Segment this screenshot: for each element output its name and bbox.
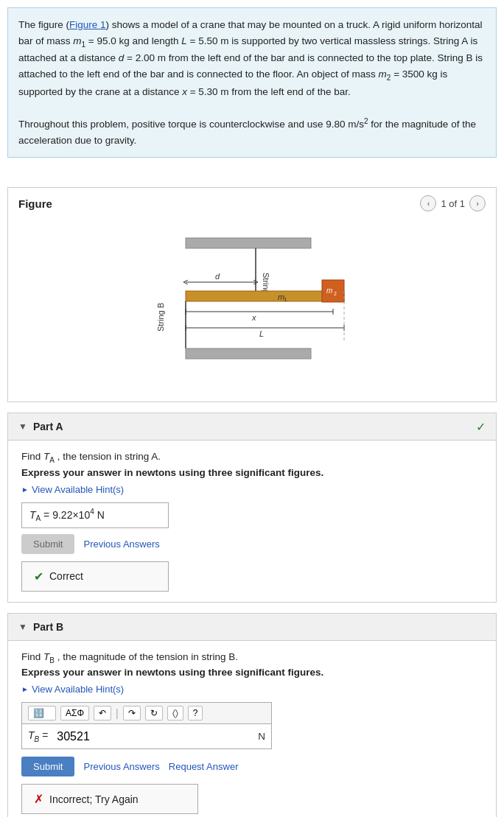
hint-triangle: ► <box>21 485 29 494</box>
svg-text:String B: String B <box>156 303 165 332</box>
hint-b-triangle: ► <box>21 685 29 693</box>
part-b-question: Find TB , the magnitude of the tension i… <box>21 651 483 665</box>
part-a-section: ▼ Part A ✓ Find TA , the tension in stri… <box>7 413 497 602</box>
part-a-submit-btn[interactable]: Submit <box>21 534 74 554</box>
part-a-question: Find TA , the tension in string A. <box>21 451 483 464</box>
reset-btn[interactable]: ↻ <box>145 706 163 720</box>
next-figure-btn[interactable]: › <box>469 195 486 211</box>
part-b-body: Find TB , the magnitude of the tension i… <box>8 641 496 817</box>
incorrect-label: Incorrect; Try Again <box>49 793 139 805</box>
math-btn-2[interactable]: ΑΣΦ <box>60 706 89 720</box>
problem-text: The figure (Figure 1) shows a model of a… <box>7 7 497 158</box>
keyboard-btn[interactable]: 〈〉 <box>167 706 183 720</box>
svg-text:L: L <box>259 329 264 338</box>
svg-text:1: 1 <box>284 296 287 303</box>
part-a-submit-row: Submit Previous Answers <box>21 534 483 554</box>
part-a-title: Part A <box>33 421 63 432</box>
help-btn[interactable]: ? <box>188 706 203 720</box>
part-b-answer-label: TB = <box>22 724 54 748</box>
undo-btn[interactable]: ↶ <box>94 706 111 720</box>
math-toolbar: 🔢⠀ ΑΣΦ ↶ | ↷ ↻ 〈〉 ? <box>21 702 272 724</box>
hint-text: View Available Hint(s) <box>32 484 124 495</box>
svg-rect-5 <box>186 291 344 301</box>
problem-text-content: The figure (Figure 1) shows a model of a… <box>18 19 483 97</box>
figure-diagram: String A d m 1 m 2 x L <box>18 217 486 394</box>
part-b-unit: N <box>252 726 271 747</box>
crane-svg: String A d m 1 m 2 x L <box>141 225 363 379</box>
part-a-prev-answers[interactable]: Previous Answers <box>83 539 159 550</box>
correct-check: ✔ <box>34 569 43 583</box>
separator1: | <box>116 707 119 719</box>
redo-btn[interactable]: ↷ <box>123 706 141 720</box>
correct-label: Correct <box>49 570 83 582</box>
hint-b-text: View Available Hint(s) <box>32 684 124 695</box>
svg-rect-8 <box>322 280 344 302</box>
figure-page: 1 of 1 <box>441 198 465 209</box>
incorrect-x: ✗ <box>34 792 43 806</box>
math-btn-1[interactable]: 🔢⠀ <box>28 706 56 720</box>
prev-figure-btn[interactable]: ‹ <box>420 195 436 211</box>
svg-rect-21 <box>186 348 311 359</box>
part-b-answer-input[interactable] <box>54 725 252 748</box>
svg-rect-0 <box>186 238 311 248</box>
part-a-instruction: Express your answer in newtons using thr… <box>21 467 483 478</box>
part-a-hint[interactable]: ► View Available Hint(s) <box>21 484 483 495</box>
figure-nav: ‹ 1 of 1 › <box>420 195 486 211</box>
math-input-container: TB = N <box>21 724 272 749</box>
part-b-prev-answers[interactable]: Previous Answers <box>83 761 159 772</box>
part-a-checkmark: ✓ <box>476 420 486 434</box>
part-a-answer-row: TA = 9.22×104 N <box>21 502 483 527</box>
part-b-header: ▼ Part B <box>8 614 496 641</box>
gravity-text: Throughout this problem, positive torque… <box>18 119 476 146</box>
part-a-correct-box: ✔ Correct <box>21 561 169 592</box>
part-b-submit-btn[interactable]: Submit <box>21 757 74 776</box>
figure-header: Figure ‹ 1 of 1 › <box>18 195 486 211</box>
svg-text:2: 2 <box>334 291 337 296</box>
part-b-collapse[interactable]: ▼ <box>18 622 27 632</box>
part-b-instruction: Express your answer in newtons using thr… <box>21 667 483 678</box>
part-b-title: Part B <box>33 621 63 633</box>
figure-section: Figure ‹ 1 of 1 › String A d m 1 <box>7 187 497 402</box>
figure-title: Figure <box>18 197 52 210</box>
part-b-submit-row: Submit Previous Answers Request Answer <box>21 757 483 776</box>
part-a-header: ▼ Part A ✓ <box>8 413 496 441</box>
part-b-hint[interactable]: ► View Available Hint(s) <box>21 684 483 695</box>
svg-text:d: d <box>215 272 220 281</box>
figure-link[interactable]: Figure 1 <box>69 19 106 30</box>
part-b-incorrect-box: ✗ Incorrect; Try Again <box>21 784 198 814</box>
part-b-request-answer[interactable]: Request Answer <box>169 761 239 772</box>
svg-text:x: x <box>251 313 256 322</box>
part-a-collapse[interactable]: ▼ <box>18 421 27 432</box>
part-b-section: ▼ Part B Find TB , the magnitude of the … <box>7 613 497 817</box>
svg-text:m: m <box>326 287 332 295</box>
part-a-body: Find TA , the tension in string A. Expre… <box>8 441 496 601</box>
part-a-answer-box: TA = 9.22×104 N <box>21 502 169 527</box>
